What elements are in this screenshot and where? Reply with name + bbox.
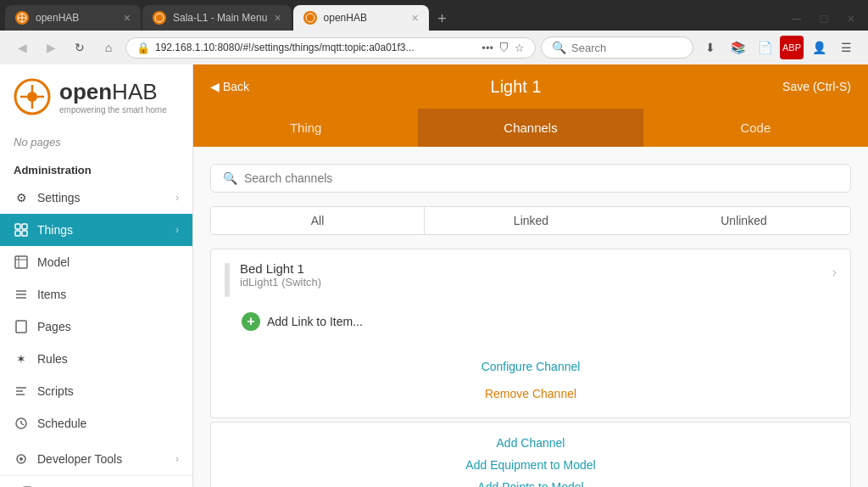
sidebar-item-things[interactable]: Things › (0, 214, 192, 246)
svg-line-21 (21, 423, 24, 425)
content-area: 🔍 All Linked Unlinked Bed Light 1 idLigh… (193, 147, 868, 487)
sidebar-item-model[interactable]: Model (0, 246, 192, 278)
logo-text: openHAB empowering the smart home (59, 79, 167, 115)
settings-arrow: › (175, 192, 179, 204)
sidebar-item-developer-tools[interactable]: Developer Tools › (0, 443, 192, 475)
tab-thing[interactable]: Thing (193, 109, 418, 147)
search-bar-icon: 🔍 (552, 41, 566, 54)
rules-icon: ✶ (14, 351, 29, 367)
bookmark-icon[interactable]: ⛉ (498, 42, 509, 54)
top-header: ◀ Back Light 1 Save (Ctrl-S) (193, 64, 868, 109)
search-channels-bar[interactable]: 🔍 (210, 164, 851, 193)
action-links: Configure Channel Remove Channel (211, 343, 850, 417)
channel-chevron-icon[interactable]: › (832, 261, 837, 280)
tab2-close[interactable]: × (274, 11, 281, 25)
back-button[interactable]: ◀ (10, 36, 34, 59)
browser-tab-1[interactable]: openHAB × (5, 5, 141, 31)
tab1-title: openHAB (36, 12, 117, 24)
channel-info: Bed Light 1 idLight1 (Switch) (240, 261, 822, 288)
lock-icon: 🔒 (136, 42, 150, 54)
abp-icon[interactable]: ABP (780, 36, 804, 59)
browser-right-icons: ⬇ 📚 📄 ABP 👤 ☰ (698, 36, 858, 59)
star-icon[interactable]: ☆ (515, 42, 525, 54)
close-window-button[interactable]: × (839, 7, 863, 31)
add-channel-link[interactable]: Add Channel (225, 436, 837, 450)
pages-icon (14, 319, 29, 334)
sidebar-item-label-scripts: Scripts (37, 384, 179, 398)
filter-tabs: All Linked Unlinked (210, 206, 851, 235)
menu-icon[interactable]: ☰ (834, 36, 858, 59)
reader-icon[interactable]: 📄 (753, 36, 776, 59)
bookmarks-icon[interactable]: 📚 (726, 36, 749, 59)
add-link-icon: + (242, 312, 260, 331)
sidebar-item-pages[interactable]: Pages (0, 311, 192, 343)
search-icon: 🔍 (223, 171, 237, 185)
logo-name: openHAB (59, 79, 167, 105)
sidebar-item-rules[interactable]: ✶ Rules (0, 343, 192, 375)
developer-tools-icon (14, 451, 29, 467)
schedule-icon (14, 416, 29, 431)
tab-channels[interactable]: Channels (418, 109, 643, 147)
svg-rect-15 (16, 321, 26, 333)
scripts-icon (14, 383, 29, 399)
tab3-favicon (303, 11, 317, 25)
sidebar-item-items[interactable]: Items (0, 278, 192, 311)
more-icon[interactable]: ••• (481, 42, 493, 54)
maximize-button[interactable]: □ (812, 7, 836, 31)
svg-point-23 (19, 457, 23, 461)
add-points-link[interactable]: Add Points to Model (225, 480, 837, 487)
sidebar-item-settings[interactable]: ⚙ Settings › (0, 182, 192, 214)
filter-tab-all[interactable]: All (211, 207, 425, 234)
browser-tab-2[interactable]: Sala-L1 - Main Menu × (142, 5, 292, 31)
channel-id: idLight1 (Switch) (240, 276, 822, 288)
browser-tab-3[interactable]: openHAB × (293, 5, 429, 31)
sidebar-item-label-settings: Settings (37, 191, 167, 204)
svg-rect-6 (22, 224, 27, 229)
sidebar-logo: openHAB empowering the smart home (0, 64, 192, 129)
sidebar-item-label-developer: Developer Tools (37, 452, 167, 466)
configure-channel-link[interactable]: Configure Channel (225, 356, 837, 377)
add-equipment-link[interactable]: Add Equipment to Model (225, 458, 837, 472)
sidebar-item-scripts[interactable]: Scripts (0, 375, 192, 407)
svg-rect-9 (15, 256, 27, 268)
add-link-row[interactable]: + Add Link to Item... (211, 309, 850, 343)
openhab-logo-icon (14, 78, 51, 115)
admin-section-label: Administration (0, 155, 192, 182)
address-text: 192.168.1.10:8080/#!/settings/things/mqt… (155, 42, 476, 53)
channel-header: Bed Light 1 idLight1 (Switch) › (211, 249, 850, 309)
tab3-close[interactable]: × (411, 11, 418, 25)
sidebar-item-schedule[interactable]: Schedule (0, 407, 192, 439)
back-button[interactable]: ◀ Back (210, 80, 249, 93)
remove-channel-link[interactable]: Remove Channel (225, 383, 837, 404)
tab1-close[interactable]: × (124, 11, 131, 25)
logo-tagline: empowering the smart home (59, 105, 167, 115)
page-title: Light 1 (249, 77, 782, 97)
filter-tab-unlinked[interactable]: Unlinked (637, 207, 850, 234)
svg-point-4 (27, 92, 37, 102)
filter-tab-linked[interactable]: Linked (425, 207, 637, 234)
minimize-button[interactable]: ─ (785, 7, 809, 31)
search-channels-input[interactable] (244, 171, 838, 185)
download-icon[interactable]: ⬇ (698, 36, 722, 59)
profile-icon[interactable]: 👤 (807, 36, 831, 59)
save-button[interactable]: Save (Ctrl-S) (782, 80, 851, 93)
channel-name: Bed Light 1 (240, 261, 822, 276)
svg-point-1 (155, 14, 164, 22)
sidebar-item-label-pages: Pages (37, 320, 179, 333)
browser-search-input[interactable] (571, 42, 673, 54)
tab-code[interactable]: Code (643, 109, 868, 147)
tab2-title: Sala-L1 - Main Menu (173, 12, 267, 24)
channel-card: Bed Light 1 idLight1 (Switch) › + Add Li… (210, 249, 851, 418)
tab-navigation: Thing Channels Code (193, 109, 868, 147)
search-bar[interactable]: 🔍 (541, 36, 693, 59)
home-button[interactable]: ⌂ (97, 36, 120, 59)
svg-rect-7 (15, 231, 20, 236)
sidebar-item-label-model: Model (37, 255, 179, 269)
address-bar[interactable]: 🔒 192.168.1.10:8080/#!/settings/things/m… (125, 37, 536, 59)
forward-button[interactable]: ▶ (39, 36, 63, 59)
tab-bar: openHAB × Sala-L1 - Main Menu × openHAB … (0, 0, 868, 31)
model-icon (14, 255, 29, 270)
add-link-label: Add Link to Item... (267, 315, 363, 328)
new-tab-button[interactable]: + (431, 7, 454, 31)
refresh-button[interactable]: ↻ (68, 36, 92, 59)
